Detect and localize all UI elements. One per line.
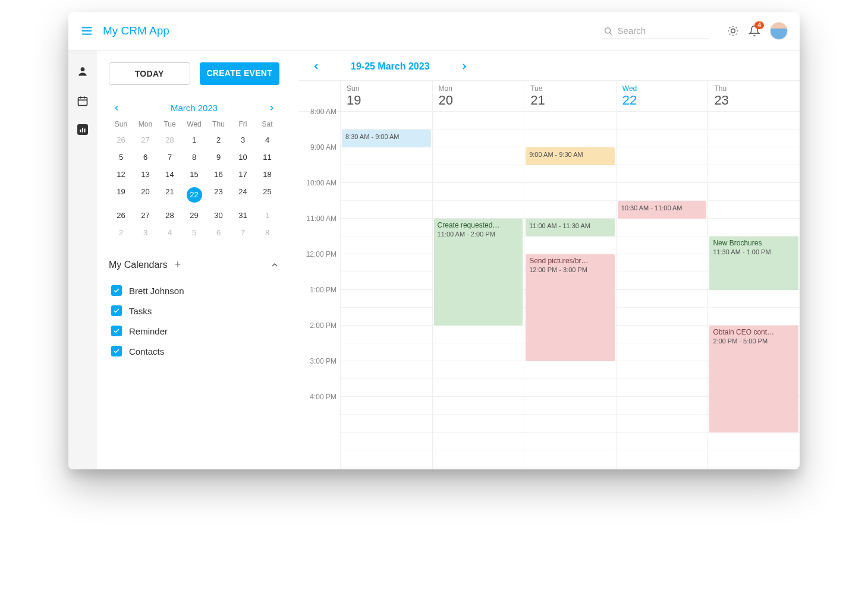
day-header[interactable]: Mon20 [433, 81, 524, 112]
time-slot[interactable] [524, 165, 616, 183]
time-slot[interactable] [433, 326, 524, 343]
day-header[interactable]: Thu23 [708, 81, 800, 112]
time-slot[interactable] [617, 236, 708, 254]
time-slot[interactable] [617, 415, 708, 433]
theme-toggle-icon[interactable] [727, 25, 739, 37]
mini-day[interactable]: 4 [255, 135, 279, 144]
time-slot[interactable] [433, 379, 524, 397]
checkbox-icon[interactable] [111, 285, 122, 296]
mini-day[interactable]: 27 [133, 135, 158, 144]
time-slot[interactable] [617, 165, 708, 183]
day-header[interactable]: Tue21 [524, 81, 616, 112]
time-slot[interactable] [433, 415, 524, 433]
notifications-icon[interactable]: 4 [749, 25, 760, 37]
mini-day[interactable]: 3 [231, 135, 255, 144]
mini-day[interactable]: 18 [255, 170, 279, 179]
time-slot[interactable] [524, 112, 616, 130]
calendar-item[interactable]: Tasks [109, 301, 279, 321]
mini-day[interactable]: 26 [109, 135, 133, 144]
calendar-item[interactable]: Contacts [109, 341, 279, 361]
calendar-event[interactable]: Create requested…11:00 AM - 2:00 PM [434, 219, 523, 326]
mini-day[interactable]: 11 [255, 153, 279, 162]
week-prev-icon[interactable] [312, 62, 321, 71]
mini-day[interactable]: 13 [133, 170, 158, 179]
time-slot[interactable] [617, 272, 708, 290]
mini-day[interactable]: 27 [133, 211, 158, 220]
time-slot[interactable] [433, 450, 524, 468]
mini-day[interactable]: 30 [206, 211, 231, 220]
time-slot[interactable] [524, 130, 616, 147]
mini-day[interactable]: 24 [231, 187, 255, 203]
time-slot[interactable] [617, 290, 708, 308]
time-slot[interactable] [708, 450, 800, 468]
mini-day[interactable]: 6 [206, 228, 231, 237]
time-slot[interactable] [617, 308, 708, 326]
calendar-event[interactable]: Send pictures/br…12:00 PM - 3:00 PM [526, 254, 615, 361]
time-slot[interactable] [617, 219, 708, 236]
search-field[interactable] [602, 23, 709, 39]
mini-day[interactable]: 21 [158, 187, 182, 203]
add-calendar-icon[interactable]: + [175, 258, 181, 271]
time-slot[interactable] [341, 236, 432, 254]
collapse-calendars-icon[interactable] [270, 260, 279, 270]
mini-day[interactable]: 10 [231, 153, 255, 162]
time-slot[interactable] [433, 397, 524, 415]
time-slot[interactable] [708, 290, 800, 308]
mini-day[interactable]: 25 [255, 187, 279, 203]
time-slot[interactable] [524, 361, 616, 379]
mini-day[interactable]: 8 [255, 228, 279, 237]
mini-day[interactable]: 1 [182, 135, 206, 144]
mini-day[interactable]: 17 [231, 170, 255, 179]
mini-day[interactable]: 7 [231, 228, 255, 237]
time-slot[interactable] [708, 201, 800, 219]
time-slot[interactable] [433, 165, 524, 183]
rail-calendar-icon[interactable] [76, 94, 89, 108]
time-slot[interactable] [341, 112, 432, 130]
time-slot[interactable] [433, 183, 524, 201]
day-header[interactable]: Wed22 [617, 81, 708, 112]
time-slot[interactable] [524, 397, 616, 415]
mini-day[interactable]: 16 [206, 170, 231, 179]
time-slot[interactable] [524, 379, 616, 397]
rail-analytics-icon[interactable] [77, 124, 88, 135]
time-slot[interactable] [341, 450, 432, 468]
menu-icon[interactable] [80, 24, 93, 37]
mini-day[interactable]: 5 [109, 153, 133, 162]
mini-day[interactable]: 5 [182, 228, 206, 237]
time-slot[interactable] [341, 326, 432, 343]
time-slot[interactable] [341, 361, 432, 379]
time-slot[interactable] [617, 130, 708, 147]
mini-day[interactable]: 20 [133, 187, 158, 203]
time-slot[interactable] [341, 272, 432, 290]
mini-day[interactable]: 26 [109, 211, 133, 220]
time-slot[interactable] [617, 433, 708, 450]
calendar-event[interactable]: 9:00 AM - 9:30 AM [526, 147, 615, 165]
mini-day[interactable]: 4 [158, 228, 182, 237]
user-avatar[interactable] [770, 22, 788, 40]
time-slot[interactable] [708, 433, 800, 450]
time-slot[interactable] [341, 343, 432, 361]
mini-day[interactable]: 28 [158, 211, 182, 220]
time-slot[interactable] [617, 361, 708, 379]
time-slot[interactable] [617, 450, 708, 468]
checkbox-icon[interactable] [111, 305, 122, 316]
mini-day[interactable]: 7 [158, 153, 182, 162]
time-slot[interactable] [617, 326, 708, 343]
time-slot[interactable] [708, 112, 800, 130]
checkbox-icon[interactable] [111, 326, 122, 336]
calendar-event[interactable]: New Brochures11:30 AM - 1:00 PM [709, 236, 798, 290]
time-slot[interactable] [708, 147, 800, 165]
mini-day[interactable]: 28 [158, 135, 182, 144]
mini-day[interactable]: 3 [133, 228, 158, 237]
time-slot[interactable] [708, 219, 800, 236]
time-slot[interactable] [433, 343, 524, 361]
time-slot[interactable] [617, 112, 708, 130]
calendar-event[interactable]: Obtain CEO cont…2:00 PM - 5:00 PM [709, 326, 798, 433]
mini-day[interactable]: 14 [158, 170, 182, 179]
search-input[interactable] [618, 26, 708, 36]
time-slot[interactable] [524, 415, 616, 433]
mini-day[interactable]: 1 [255, 211, 279, 220]
time-slot[interactable] [341, 254, 432, 272]
mini-prev-icon[interactable] [112, 104, 121, 112]
time-slot[interactable] [341, 165, 432, 183]
